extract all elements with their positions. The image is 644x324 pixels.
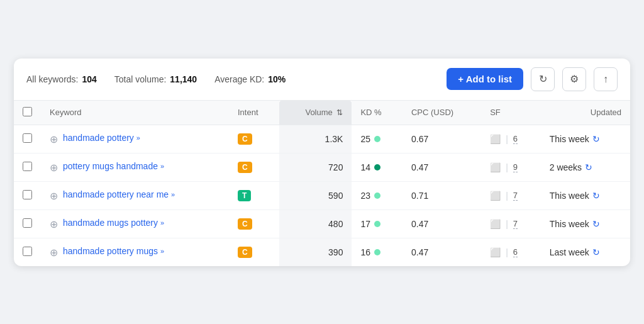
sf-cell: ⬜ | 6 — [481, 125, 541, 153]
sf-cell: ⬜ | 6 — [481, 238, 541, 266]
kd-dot-icon — [374, 221, 380, 227]
refresh-icon: ↻ — [539, 73, 547, 85]
settings-icon: ⚙ — [570, 73, 579, 85]
keyword-link[interactable]: handmade pottery near me » — [63, 189, 175, 199]
refresh-button[interactable]: ↻ — [531, 67, 555, 91]
volume-cell: 390 — [279, 238, 352, 266]
updated-cell: 2 weeks ↻ — [541, 153, 630, 181]
navigate-icon: » — [160, 219, 164, 226]
add-keyword-icon[interactable]: ⊕ — [50, 218, 58, 230]
keywords-table: Keyword Intent Volume ⇅ KD % CPC (USD) S… — [14, 101, 630, 266]
keyword-link[interactable]: handmade pottery » — [63, 133, 140, 143]
kd-value: 25 — [360, 134, 370, 144]
table-header-row: Keyword Intent Volume ⇅ KD % CPC (USD) S… — [14, 101, 630, 125]
row-checkbox-cell[interactable] — [14, 238, 41, 266]
sf-divider: | — [506, 219, 508, 229]
navigate-icon: » — [160, 247, 164, 255]
sf-divider: | — [506, 191, 508, 201]
header-bar: All keywords: 104 Total volume: 11,140 A… — [14, 59, 630, 101]
add-keyword-icon[interactable]: ⊕ — [50, 133, 58, 145]
updated-cell: This week ↻ — [541, 125, 630, 153]
col-volume[interactable]: Volume ⇅ — [279, 101, 352, 125]
row-checkbox-cell[interactable] — [14, 125, 41, 153]
cpc-cell: 0.47 — [402, 153, 481, 181]
cpc-cell: 0.71 — [402, 181, 481, 209]
keyword-cell: ⊕ handmade mugs pottery » — [41, 209, 229, 238]
intent-badge: C — [238, 133, 252, 145]
sf-monitor-icon: ⬜ — [490, 162, 501, 172]
add-keyword-icon[interactable]: ⊕ — [50, 247, 58, 259]
export-button[interactable]: ↑ — [594, 67, 618, 91]
row-refresh-icon[interactable]: ↻ — [592, 134, 600, 144]
updated-text: Last week — [550, 247, 589, 257]
row-checkbox[interactable] — [23, 190, 32, 199]
add-keyword-icon[interactable]: ⊕ — [50, 190, 58, 202]
sf-monitor-icon: ⬜ — [490, 247, 501, 257]
row-refresh-icon[interactable]: ↻ — [585, 162, 592, 172]
updated-cell: This week ↻ — [541, 209, 630, 238]
select-all-checkbox[interactable] — [23, 107, 32, 116]
header-checkbox-cell[interactable] — [14, 101, 41, 125]
col-kd: KD % — [352, 101, 402, 125]
row-checkbox-cell[interactable] — [14, 209, 41, 238]
intent-cell: C — [229, 153, 279, 181]
keyword-link[interactable]: handmade mugs pottery » — [63, 218, 164, 228]
sf-cell: ⬜ | 7 — [481, 181, 541, 209]
sort-icon: ⇅ — [336, 108, 343, 117]
sf-cell: ⬜ | 7 — [481, 209, 541, 238]
row-checkbox[interactable] — [23, 162, 32, 171]
col-sf: SF — [481, 101, 541, 125]
all-keywords-value: 104 — [82, 74, 96, 84]
sf-number: 6 — [513, 247, 518, 257]
row-checkbox[interactable] — [23, 133, 32, 143]
keyword-cell: ⊕ handmade pottery mugs » — [41, 238, 229, 266]
keyword-cell: ⊕ handmade pottery » — [41, 125, 229, 153]
sf-divider: | — [506, 134, 508, 144]
volume-cell: 480 — [279, 209, 352, 238]
add-keyword-icon[interactable]: ⊕ — [50, 162, 58, 174]
kd-value: 14 — [360, 162, 370, 172]
intent-badge: T — [238, 190, 251, 201]
sf-monitor-icon: ⬜ — [490, 134, 501, 144]
row-refresh-icon[interactable]: ↻ — [592, 219, 600, 229]
cpc-cell: 0.47 — [402, 238, 481, 266]
row-checkbox-cell[interactable] — [14, 181, 41, 209]
kd-dot-icon — [374, 193, 380, 199]
volume-cell: 1.3K — [279, 125, 352, 153]
table-row: ⊕ handmade pottery mugs » C 390 16 0.47 — [14, 238, 630, 266]
intent-badge: C — [238, 162, 252, 173]
keyword-link[interactable]: pottery mugs handmade » — [63, 161, 164, 171]
navigate-icon: » — [136, 134, 140, 142]
updated-text: This week — [550, 219, 589, 229]
keyword-link[interactable]: handmade pottery mugs » — [63, 246, 164, 256]
volume-cell: 720 — [279, 153, 352, 181]
row-checkbox[interactable] — [23, 218, 32, 228]
row-checkbox-cell[interactable] — [14, 153, 41, 181]
row-refresh-icon[interactable]: ↻ — [592, 191, 600, 201]
avg-kd-value: 10% — [268, 74, 286, 84]
sf-number: 6 — [513, 134, 518, 144]
navigate-icon: » — [171, 191, 175, 198]
total-volume-label: Total volume: — [114, 74, 166, 84]
updated-text: This week — [550, 134, 589, 144]
avg-kd-label: Average KD: — [214, 74, 264, 84]
row-refresh-icon[interactable]: ↻ — [592, 247, 600, 257]
keyword-cell: ⊕ handmade pottery near me » — [41, 181, 229, 209]
add-to-list-button[interactable]: + Add to list — [447, 68, 523, 90]
kd-value: 23 — [360, 191, 370, 201]
settings-button[interactable]: ⚙ — [562, 67, 586, 91]
kd-dot-icon — [374, 136, 380, 142]
all-keywords-label: All keywords: — [26, 74, 78, 84]
volume-cell: 590 — [279, 181, 352, 209]
col-intent: Intent — [229, 101, 279, 125]
intent-cell: T — [229, 181, 279, 209]
kd-cell: 14 — [352, 153, 402, 181]
table-row: ⊕ pottery mugs handmade » C 720 14 0.47 — [14, 153, 630, 181]
sf-number: 9 — [513, 162, 518, 172]
kd-cell: 23 — [352, 181, 402, 209]
kd-cell: 16 — [352, 238, 402, 266]
row-checkbox[interactable] — [23, 247, 32, 256]
navigate-icon: » — [160, 162, 164, 170]
intent-badge: C — [238, 247, 252, 258]
updated-text: 2 weeks — [550, 162, 582, 172]
